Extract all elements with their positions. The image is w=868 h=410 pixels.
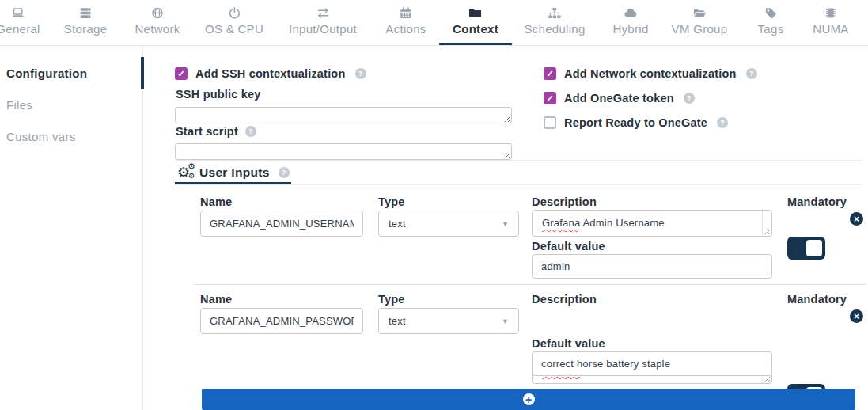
delete-row-button[interactable]: ×	[850, 212, 863, 226]
exchange-arrows-icon	[316, 6, 329, 20]
laptop-icon	[12, 6, 25, 20]
tab-label: Network	[135, 22, 180, 36]
add-network-checkbox[interactable]: ✓	[544, 67, 556, 80]
folder-icon	[469, 6, 483, 20]
help-icon[interactable]: ?	[245, 126, 256, 137]
column-header-type: Type	[378, 196, 405, 208]
tab-label: Tags	[758, 22, 784, 36]
tag-icon	[764, 6, 777, 20]
top-tab-bar: General Storage Network OS & CPU Input/O	[0, 0, 868, 46]
tab-input-output[interactable]: Input/Output	[289, 6, 357, 36]
power-icon	[228, 6, 241, 20]
type-select[interactable]: text ▼	[378, 308, 519, 334]
user-inputs-title: User Inputs	[199, 165, 270, 180]
tab-os-cpu[interactable]: OS & CPU	[205, 6, 263, 36]
type-select-value: text	[389, 315, 406, 327]
sidebar-active-indicator	[141, 57, 144, 89]
tab-label: Actions	[385, 22, 426, 36]
column-header-mandatory: Mandatory	[787, 293, 847, 306]
help-icon[interactable]: ?	[279, 167, 290, 178]
report-ready-label: Report Ready to OneGate	[564, 116, 707, 129]
help-icon[interactable]: ?	[355, 68, 366, 79]
start-script-textarea[interactable]	[175, 143, 512, 160]
sidebar-item-files[interactable]: Files	[6, 98, 32, 112]
add-user-input-button[interactable]: +	[202, 389, 855, 410]
ssh-public-key-textarea[interactable]	[175, 107, 512, 123]
tab-label: NUMA	[813, 22, 848, 36]
tab-actions[interactable]: Actions	[385, 6, 426, 36]
tab-storage[interactable]: Storage	[64, 6, 108, 36]
help-icon[interactable]: ?	[717, 117, 728, 128]
resize-handle-icon[interactable]	[763, 227, 770, 234]
help-icon[interactable]: ?	[684, 93, 695, 104]
tab-label: OS & CPU	[205, 22, 263, 36]
add-network-label: Add Network contextualization	[564, 67, 737, 80]
gears-icon: ⚙⚙⚙	[177, 162, 198, 183]
description-textarea[interactable]: Grafana Admin Username	[532, 210, 772, 237]
toggle-knob	[806, 240, 822, 256]
cloud-icon	[624, 6, 638, 20]
mandatory-toggle[interactable]	[787, 237, 825, 260]
calendar-icon	[399, 6, 412, 20]
column-header-description: Description	[532, 196, 597, 208]
description-text-misspelled: Grafana	[542, 217, 580, 229]
default-value-input[interactable]	[532, 351, 772, 376]
column-header-name: Name	[200, 293, 232, 306]
check-icon: ✓	[177, 70, 184, 78]
add-onegate-label: Add OneGate token	[564, 92, 674, 104]
check-icon: ✓	[546, 70, 553, 78]
sitemap-icon	[548, 6, 561, 20]
type-select-value: text	[389, 218, 406, 230]
tab-hybrid[interactable]: Hybrid	[612, 6, 648, 36]
microchip-icon	[824, 6, 838, 20]
sidebar-item-custom-vars[interactable]: Custom vars	[6, 130, 76, 143]
description-text: Admin Username	[580, 217, 664, 229]
plus-circle-icon: +	[523, 393, 535, 405]
add-ssh-checkbox[interactable]: ✓	[175, 67, 188, 80]
ssh-public-key-label: SSH public key	[176, 88, 261, 101]
default-value-label: Default value	[532, 337, 605, 350]
add-ssh-label: Add SSH contextualization	[195, 67, 346, 80]
globe-icon	[151, 6, 165, 20]
report-ready-checkbox[interactable]: ✓	[544, 116, 556, 129]
default-value-label: Default value	[532, 240, 605, 252]
user-inputs-tab-border	[175, 184, 862, 185]
default-value-input[interactable]	[532, 254, 772, 279]
tab-tags[interactable]: Tags	[758, 6, 784, 36]
section-divider	[175, 160, 862, 161]
report-ready-row: ✓ Report Ready to OneGate ?	[544, 116, 728, 129]
name-input[interactable]	[200, 308, 363, 334]
tab-label: Context	[453, 22, 498, 36]
type-select[interactable]: text ▼	[378, 211, 519, 237]
tab-vm-group[interactable]: VM Group	[672, 6, 728, 36]
tab-label: Scheduling	[524, 22, 585, 36]
tab-scheduling[interactable]: Scheduling	[524, 6, 585, 36]
vm-template-context-page: General Storage Network OS & CPU Input/O	[0, 0, 868, 410]
scrollbar-track	[762, 211, 763, 236]
column-header-description: Description	[532, 293, 597, 306]
help-icon[interactable]: ?	[746, 68, 757, 79]
tab-label: Storage	[64, 22, 108, 36]
server-icon	[78, 6, 92, 20]
tab-network[interactable]: Network	[135, 6, 180, 36]
chevron-down-icon: ▼	[502, 220, 509, 228]
tab-label: Hybrid	[612, 22, 648, 36]
column-header-type: Type	[378, 293, 405, 306]
add-onegate-row: ✓ Add OneGate token ?	[544, 92, 695, 104]
delete-row-button[interactable]: ×	[850, 309, 863, 323]
tab-numa[interactable]: NUMA	[813, 6, 848, 36]
tab-label: General	[0, 22, 40, 36]
add-network-row: ✓ Add Network contextualization ?	[544, 67, 757, 80]
sidebar-item-configuration[interactable]: Configuration	[6, 66, 87, 80]
user-inputs-header: ⚙⚙⚙ User Inputs ?	[177, 162, 290, 183]
check-icon: ✓	[546, 94, 553, 103]
folder-open-icon	[692, 6, 706, 20]
chevron-down-icon: ▼	[502, 317, 509, 325]
add-onegate-checkbox[interactable]: ✓	[544, 92, 556, 104]
tab-context[interactable]: Context	[453, 6, 498, 36]
name-input[interactable]	[200, 211, 363, 237]
tab-label: VM Group	[672, 22, 728, 36]
tab-general[interactable]: General	[0, 6, 40, 36]
scrollbar-divider	[763, 222, 771, 222]
add-ssh-row: ✓ Add SSH contextualization ?	[175, 67, 366, 80]
